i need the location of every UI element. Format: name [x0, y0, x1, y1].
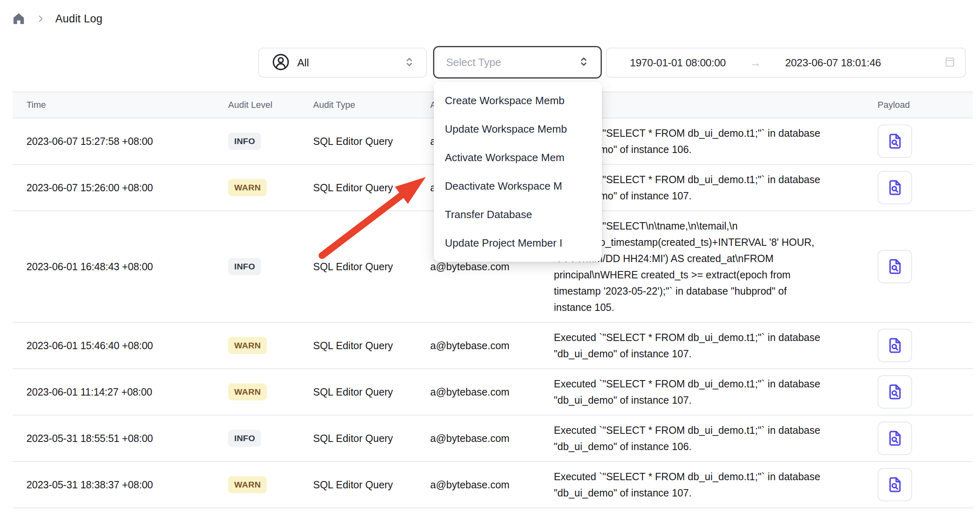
- cell-comment: Executed `"SELECT * FROM db_ui_demo.t1;"…: [554, 118, 878, 164]
- comment-line: Executed `"SELECT * FROM db_ui_demo.t1;"…: [554, 125, 878, 141]
- comment-line: instance 105.: [554, 299, 878, 315]
- date-range-picker[interactable]: 1970-01-01 08:00:00 → 2023-06-07 18:01:4…: [606, 48, 966, 78]
- cell-actor: a@bytebase.com: [430, 433, 554, 444]
- date-range-end: 2023-06-07 18:01:46: [785, 57, 881, 69]
- payload-view-button[interactable]: [878, 468, 912, 501]
- header-audit-type: Audit Type: [313, 100, 430, 110]
- header-time: Time: [13, 100, 228, 110]
- cell-comment: Executed `"SELECT * FROM db_ui_demo.t1;"…: [554, 165, 878, 210]
- cell-time: 2023-06-07 15:26:00 +08:00: [13, 182, 228, 194]
- file-search-icon: [886, 476, 904, 494]
- home-icon[interactable]: [11, 11, 26, 26]
- type-select-dropdown: Create Workspace MembUpdate Workspace Me…: [434, 82, 602, 262]
- table-row: 2023-06-01 15:46:40 +08:00 WARN SQL Edit…: [13, 323, 973, 369]
- comment-line: "db_ui_demo" of instance 107.: [554, 188, 878, 204]
- level-badge: WARN: [228, 337, 267, 354]
- cell-audit-type: SQL Editor Query: [313, 386, 430, 398]
- cell-time: 2023-05-31 18:55:51 +08:00: [13, 433, 228, 444]
- payload-view-button[interactable]: [878, 329, 912, 362]
- comment-line: "db_ui_demo" of instance 107.: [554, 485, 878, 501]
- comment-line: "db_ui_demo" of instance 106.: [554, 438, 878, 455]
- cell-time: 2023-06-01 16:48:43 +08:00: [13, 261, 228, 273]
- level-badge: INFO: [228, 133, 261, 150]
- cell-comment: Executed `"SELECT * FROM db_ui_demo.t1;"…: [554, 462, 878, 507]
- cell-time: 2023-06-07 15:27:58 +08:00: [13, 136, 228, 147]
- actor-filter-select[interactable]: All: [258, 48, 427, 78]
- audit-log-page: Audit Log All Select Type 1970-01-01 08:…: [0, 0, 980, 516]
- comment-line: "db_ui_demo" of instance 106.: [554, 141, 878, 157]
- cell-time: 2023-06-01 15:46:40 +08:00: [13, 340, 228, 352]
- cell-actor: a@bytebase.com: [430, 340, 554, 352]
- cell-comment: Executed `"SELECT\n\tname,\n\temail,\n\t…: [554, 211, 878, 322]
- dropdown-option[interactable]: Activate Workspace Mem: [434, 143, 602, 172]
- comment-line: 'YYYY/MM/DD HH24:MI') AS created_at\nFRO…: [554, 250, 878, 267]
- cell-actor: a@bytebase.com: [430, 261, 554, 273]
- dropdown-option[interactable]: Deactivate Workspace M: [434, 172, 602, 200]
- level-badge: WARN: [228, 476, 267, 493]
- payload-view-button[interactable]: [878, 171, 912, 204]
- table-row: 2023-05-31 18:55:51 +08:00 INFO SQL Edit…: [13, 415, 973, 462]
- actor-filter-value: All: [297, 57, 309, 69]
- cell-comment: Executed `"SELECT * FROM db_ui_demo.t1;"…: [554, 323, 878, 368]
- comment-line: Executed `"SELECT * FROM db_ui_demo.t1;"…: [554, 422, 878, 438]
- comment-line: \tto_char(to_timestamp(created_ts)+INTER…: [554, 234, 878, 250]
- cell-actor: a@bytebase.com: [430, 386, 554, 398]
- cell-time: 2023-06-01 11:14:27 +08:00: [13, 386, 228, 398]
- file-search-icon: [886, 179, 904, 197]
- level-badge: WARN: [228, 179, 267, 196]
- cell-time: 2023-05-31 18:38:37 +08:00: [13, 479, 228, 491]
- cell-actor: a@bytebase.com: [430, 479, 554, 491]
- cell-audit-type: SQL Editor Query: [313, 433, 430, 444]
- select-arrows-icon: [577, 55, 590, 70]
- comment-line: Executed `"SELECT * FROM db_ui_demo.t1;"…: [554, 376, 878, 392]
- calendar-icon: [944, 56, 956, 70]
- file-search-icon: [886, 383, 904, 401]
- arrow-right-icon: →: [749, 57, 762, 69]
- chevron-right-icon: [36, 14, 46, 24]
- dropdown-option[interactable]: Update Workspace Memb: [434, 115, 602, 143]
- header-audit-level: Audit Level: [228, 100, 313, 110]
- comment-line: Executed `"SELECT * FROM db_ui_demo.t1;"…: [554, 171, 878, 188]
- dropdown-option[interactable]: Update Project Member I: [434, 229, 602, 257]
- comment-line: "db_ui_demo" of instance 107.: [554, 345, 878, 362]
- cell-audit-type: SQL Editor Query: [313, 182, 430, 194]
- payload-view-button[interactable]: [878, 375, 912, 409]
- header-payload: Payload: [878, 100, 973, 110]
- file-search-icon: [886, 258, 904, 275]
- comment-line: principal\nWHERE created_ts >= extract(e…: [554, 267, 878, 283]
- comment-line: timestamp '2023-05-22');"` in database "…: [554, 283, 878, 299]
- select-arrows-icon: [403, 56, 416, 70]
- dropdown-option[interactable]: Transfer Database: [434, 200, 602, 229]
- payload-view-button[interactable]: [878, 250, 912, 283]
- table-row: 2023-05-31 18:38:37 +08:00 WARN SQL Edit…: [13, 462, 973, 508]
- comment-line: Executed `"SELECT * FROM db_ui_demo.t1;"…: [554, 468, 878, 485]
- cell-audit-type: SQL Editor Query: [313, 340, 430, 352]
- type-filter-select[interactable]: Select Type: [433, 46, 602, 79]
- file-search-icon: [886, 337, 904, 354]
- cell-comment: Executed `"SELECT * FROM db_ui_demo.t1;"…: [554, 415, 878, 461]
- level-badge: WARN: [228, 383, 267, 400]
- dropdown-option[interactable]: Create Workspace Memb: [434, 86, 602, 115]
- page-title: Audit Log: [55, 13, 102, 25]
- level-badge: INFO: [228, 430, 261, 447]
- level-badge: INFO: [228, 258, 261, 275]
- table-row: 2023-06-01 11:14:27 +08:00 WARN SQL Edit…: [13, 369, 973, 415]
- cell-audit-type: SQL Editor Query: [313, 479, 430, 491]
- file-search-icon: [886, 429, 904, 447]
- file-search-icon: [886, 132, 904, 150]
- cell-comment: Executed `"SELECT * FROM db_ui_demo.t1;"…: [554, 369, 878, 415]
- breadcrumb: Audit Log: [11, 11, 102, 26]
- date-range-start: 1970-01-01 08:00:00: [630, 57, 726, 69]
- payload-view-button[interactable]: [878, 422, 912, 455]
- comment-line: Executed `"SELECT\n\tname,\n\temail,\n: [554, 218, 878, 234]
- type-filter-placeholder: Select Type: [446, 56, 501, 69]
- user-circle-icon: [271, 52, 290, 73]
- cell-audit-type: SQL Editor Query: [313, 136, 430, 147]
- comment-line: Executed `"SELECT * FROM db_ui_demo.t1;"…: [554, 329, 878, 345]
- cell-audit-type: SQL Editor Query: [313, 261, 430, 273]
- payload-view-button[interactable]: [878, 125, 912, 158]
- comment-line: "db_ui_demo" of instance 107.: [554, 392, 878, 408]
